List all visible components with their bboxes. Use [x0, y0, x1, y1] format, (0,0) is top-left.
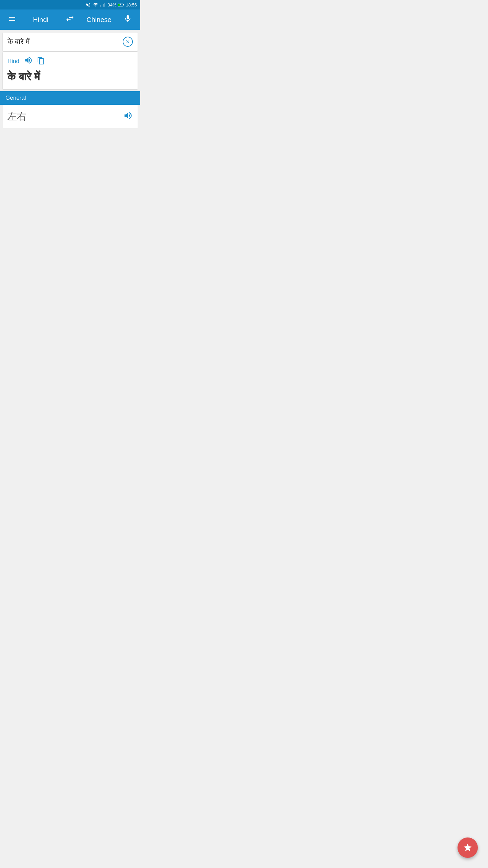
input-area [3, 33, 138, 51]
toolbar: Hindi Chinese [0, 9, 140, 30]
status-icons: 34% 18:56 [85, 2, 137, 7]
svg-rect-5 [123, 4, 124, 6]
svg-rect-0 [101, 5, 101, 7]
svg-rect-3 [104, 3, 105, 7]
clear-input-button[interactable] [123, 37, 133, 47]
section-header: General [0, 91, 140, 105]
section-header-label: General [5, 95, 26, 101]
wifi-icon [93, 2, 99, 7]
result-copy-button[interactable] [37, 57, 45, 66]
translation-item-sound-button[interactable] [123, 111, 133, 122]
result-sound-button[interactable] [24, 56, 33, 67]
svg-rect-6 [119, 4, 120, 6]
svg-rect-2 [103, 4, 104, 7]
source-language-button[interactable]: Hindi [19, 16, 62, 24]
mute-icon [85, 2, 91, 7]
result-language-label: Hindi [7, 58, 21, 65]
translation-list: 左右 [3, 105, 138, 129]
result-header: Hindi [7, 56, 133, 67]
signal-icon [100, 2, 106, 7]
target-language-button[interactable]: Chinese [77, 16, 121, 24]
translation-input[interactable] [7, 37, 123, 46]
translation-item-text: 左右 [7, 110, 123, 123]
svg-rect-1 [102, 4, 102, 7]
microphone-button[interactable] [121, 12, 135, 28]
menu-button[interactable] [5, 12, 19, 27]
result-card: Hindi के बारे में [3, 52, 138, 89]
translation-item[interactable]: 左右 [3, 105, 138, 129]
status-bar: 34% 18:56 [0, 0, 140, 9]
swap-languages-button[interactable] [62, 11, 77, 28]
result-text: के बारे में [7, 70, 133, 83]
time-text: 18:56 [126, 2, 137, 7]
battery-text: 34% [107, 2, 116, 7]
battery-icon [118, 2, 124, 7]
